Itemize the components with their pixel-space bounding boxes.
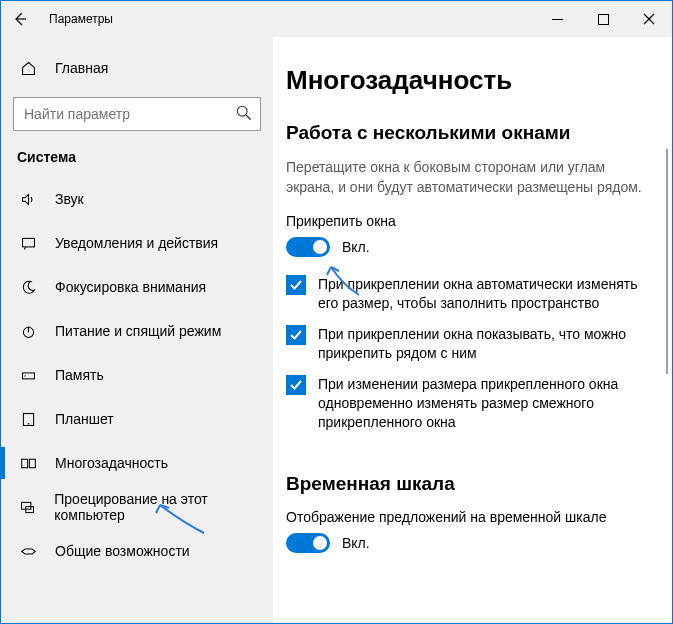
notifications-icon	[19, 235, 37, 252]
sidebar-item-multitasking[interactable]: Многозадачность	[1, 441, 273, 485]
sidebar-item-label: Планшет	[55, 411, 114, 427]
sidebar-item-projecting[interactable]: Проецирование на этот компьютер	[1, 485, 273, 529]
content-area: Многозадачность Работа с несколькими окн…	[282, 37, 672, 623]
svg-point-5	[24, 375, 25, 376]
back-button[interactable]	[1, 1, 39, 37]
home-icon	[19, 60, 37, 77]
sidebar-item-tablet[interactable]: Планшет	[1, 397, 273, 441]
minimize-icon	[552, 14, 563, 25]
group-windows-title: Работа с несколькими окнами	[286, 122, 650, 144]
sidebar-item-label: Память	[55, 367, 104, 383]
moon-icon	[19, 279, 37, 296]
snap-windows-label: Прикрепить окна	[286, 213, 650, 229]
timeline-suggestions-toggle[interactable]	[286, 533, 330, 553]
snap-resize-checkbox[interactable]	[286, 375, 306, 395]
sidebar-item-label: Многозадачность	[55, 455, 168, 471]
sidebar-home[interactable]: Главная	[1, 45, 273, 91]
snap-resize-label: При изменении размера прикрепленного окн…	[318, 375, 644, 432]
checkmark-icon	[289, 378, 303, 392]
search-box	[13, 97, 261, 131]
sidebar-item-label: Звук	[55, 191, 84, 207]
sidebar-item-focus-assist[interactable]: Фокусировка внимания	[1, 265, 273, 309]
snap-assist-label: При прикреплении окна показывать, что мо…	[318, 325, 644, 363]
sidebar: Главная Система Звук Уведомления и дейст…	[1, 37, 273, 623]
arrow-left-icon	[12, 11, 28, 27]
sidebar-item-notifications[interactable]: Уведомления и действия	[1, 221, 273, 265]
checkmark-icon	[289, 278, 303, 292]
timeline-suggestions-label: Отображение предложений на временной шка…	[286, 509, 650, 525]
multitasking-icon	[19, 455, 37, 472]
sidebar-list: Звук Уведомления и действия Фокусировка …	[1, 177, 273, 573]
scrollbar[interactable]	[666, 149, 668, 374]
project-icon	[19, 499, 36, 516]
sidebar-item-label: Питание и спящий режим	[55, 323, 221, 339]
svg-rect-4	[22, 372, 34, 378]
checkmark-icon	[289, 328, 303, 342]
search-input[interactable]	[13, 97, 261, 131]
shared-icon	[19, 543, 37, 560]
maximize-icon	[598, 14, 609, 25]
tablet-icon	[19, 411, 37, 428]
sidebar-section-label: Система	[17, 149, 273, 165]
sidebar-item-power[interactable]: Питание и спящий режим	[1, 309, 273, 353]
svg-rect-2	[22, 238, 34, 247]
minimize-button[interactable]	[534, 1, 580, 37]
group-windows-desc: Перетащите окна к боковым сторонам или у…	[286, 158, 650, 197]
search-icon	[235, 104, 253, 125]
sidebar-home-label: Главная	[55, 60, 108, 76]
sidebar-item-storage[interactable]: Память	[1, 353, 273, 397]
page-title: Многозадачность	[286, 65, 650, 96]
close-icon	[643, 13, 655, 25]
svg-point-1	[237, 106, 247, 116]
storage-icon	[19, 367, 37, 384]
power-icon	[19, 323, 37, 340]
sidebar-item-label: Общие возможности	[55, 543, 190, 559]
sidebar-item-shared[interactable]: Общие возможности	[1, 529, 273, 573]
close-button[interactable]	[626, 1, 672, 37]
snap-windows-toggle[interactable]	[286, 237, 330, 257]
sidebar-item-label: Проецирование на этот компьютер	[54, 491, 273, 523]
window-title: Параметры	[49, 12, 113, 26]
snap-assist-checkbox[interactable]	[286, 325, 306, 345]
svg-rect-0	[598, 14, 608, 24]
snap-windows-state: Вкл.	[342, 239, 370, 255]
sidebar-item-label: Уведомления и действия	[55, 235, 218, 251]
svg-rect-8	[29, 459, 35, 468]
sidebar-item-sound[interactable]: Звук	[1, 177, 273, 221]
timeline-suggestions-state: Вкл.	[342, 535, 370, 551]
snap-fill-checkbox[interactable]	[286, 275, 306, 295]
svg-rect-7	[21, 459, 27, 468]
titlebar: Параметры	[1, 1, 672, 37]
maximize-button[interactable]	[580, 1, 626, 37]
snap-fill-label: При прикреплении окна автоматически изме…	[318, 275, 644, 313]
group-timeline-title: Временная шкала	[286, 473, 650, 495]
sound-icon	[19, 191, 37, 208]
sidebar-item-label: Фокусировка внимания	[55, 279, 206, 295]
